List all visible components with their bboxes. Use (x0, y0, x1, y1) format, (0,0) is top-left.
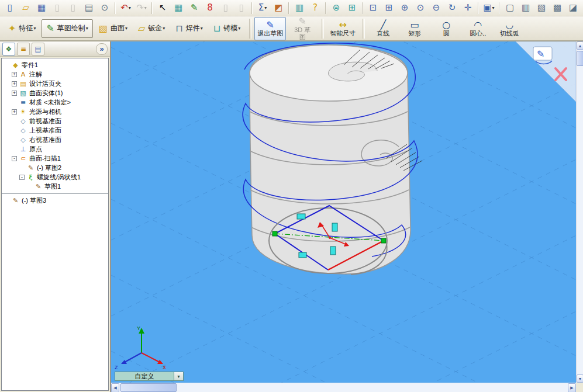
dropdown-caret-icon[interactable]: ▾ (86, 26, 88, 31)
vertical-scrollbar[interactable]: ▲ ▼ (576, 41, 583, 383)
section-properties-button[interactable]: ⊞ (344, 1, 360, 15)
pan-button[interactable]: ✛ (460, 1, 475, 15)
measure-button[interactable]: ⊜ (329, 1, 344, 15)
dropdown-caret-icon[interactable]: ▾ (163, 26, 165, 31)
undo-button[interactable]: ↶▾ (118, 1, 133, 15)
select-button[interactable]: ↖ (155, 1, 170, 15)
collapse-panel-button[interactable]: » (96, 43, 108, 55)
exit-sketch-icon: ✎ (267, 20, 274, 30)
tree-splitter[interactable] (2, 193, 108, 194)
tree-item-annotations-1[interactable]: +A注解 (2, 70, 108, 79)
dropdown-caret-icon[interactable]: ▾ (129, 5, 131, 11)
dropdown-caret-icon[interactable]: ▾ (201, 26, 203, 31)
helix-icon: ξ (26, 174, 35, 181)
smart-dimension-button[interactable]: ↔智能尺寸 (327, 17, 358, 40)
print-button[interactable]: ▤ (81, 1, 96, 15)
scroll-left-button[interactable]: ◀ (111, 383, 119, 392)
tree-item-origin-9[interactable]: ⊥原点 (2, 144, 108, 154)
open-button[interactable]: ▱ (18, 1, 33, 15)
rotate-view-button[interactable]: ↻ (444, 1, 460, 15)
exit-sketch-button[interactable]: ✎退出草图 (254, 17, 286, 40)
equation-button[interactable]: Σ▾ (255, 1, 270, 15)
tree-item-surface-sweep-10[interactable]: -⊂曲面-扫描1 (2, 154, 108, 163)
tree-item-sketch-14[interactable]: ✎(-) 草图3 (2, 196, 108, 205)
standard-views-button[interactable]: ▣▾ (481, 1, 496, 15)
tree-item-part-0[interactable]: ◆零件1 (2, 60, 108, 70)
tree-item-label: 设计活页夹 (29, 79, 61, 88)
featuremanager-tab[interactable]: ❖ (2, 43, 15, 55)
scroll-up-button[interactable]: ▲ (577, 41, 583, 50)
zoom-to-fit-button[interactable]: ⊡ (365, 1, 381, 15)
3d-sketch-label: 3D 草图 (293, 26, 312, 40)
sheet-metal-button[interactable]: ▱钣金▾ (133, 19, 170, 38)
tree-item-plane-7[interactable]: ◇上视基准面 (2, 126, 108, 135)
commandmanager-tabs: ✦特征▾✎草图绘制▾▧曲面▾▱钣金▾⊓焊件▾⊔铸模▾ (4, 19, 246, 38)
design-table-button[interactable]: ▥ (292, 1, 307, 15)
tree-item-lights-cameras-5[interactable]: +☀光源与相机 (2, 107, 108, 116)
view-selector-dropdown-icon[interactable]: ▼ (174, 372, 183, 380)
sketch-button[interactable]: ✎草图绘制▾ (42, 19, 92, 38)
centerpoint-arc-button[interactable]: ◠圆心.. (463, 17, 493, 40)
record-macro-button[interactable]: 8 (202, 1, 218, 15)
zoom-area-button[interactable]: ⊞ (381, 1, 396, 15)
edit-sketch-button[interactable]: ✎ (187, 1, 202, 15)
zoom-out-button[interactable]: ⊖ (429, 1, 444, 15)
horizontal-scroll-thumb[interactable] (120, 383, 177, 392)
collapse-icon[interactable]: - (12, 156, 17, 161)
tree-item-plane-6[interactable]: ◇前视基准面 (2, 116, 108, 126)
collapse-icon[interactable]: - (19, 175, 25, 180)
tree-item-material-4[interactable]: ≡材质 <未指定> (2, 98, 108, 107)
line-button[interactable]: ╱直线 (368, 17, 398, 40)
circle-button[interactable]: ○圆 (431, 17, 461, 40)
helix-surface-model[interactable] (250, 45, 422, 274)
shaded-button[interactable]: ▩ (550, 1, 565, 15)
rectangle-button[interactable]: ▭矩形 (399, 17, 430, 40)
appearance-button[interactable]: ◩ (271, 1, 286, 15)
tree-item-helix-12[interactable]: -ξ螺旋线/涡状线1 (2, 172, 108, 182)
scroll-down-button[interactable]: ▼ (577, 374, 583, 383)
wireframe-button[interactable]: ▢ (502, 1, 518, 15)
features-button[interactable]: ✦特征▾ (4, 19, 40, 38)
expand-icon[interactable]: + (12, 72, 17, 77)
zoom-selection-button[interactable]: ⊙ (413, 1, 428, 15)
tree-item-sketch-13[interactable]: ✎草图1 (2, 182, 108, 191)
graphics-area[interactable]: Y X Z ✎ 自定义 ▼ (111, 41, 576, 383)
surfaces-icon: ▧ (99, 23, 108, 34)
view-selector-combo[interactable]: 自定义 ▼ (115, 372, 184, 381)
dropdown-caret-icon[interactable]: ▾ (492, 5, 495, 11)
dropdown-caret-icon[interactable]: ▾ (144, 5, 147, 11)
mold-tools-button[interactable]: ⊔铸模▾ (209, 19, 246, 38)
expand-icon[interactable]: + (12, 109, 17, 115)
dropdown-caret-icon[interactable]: ▾ (238, 26, 240, 31)
new-document-button[interactable]: ▯ (2, 1, 18, 15)
tangent-arc-button[interactable]: ◡切线弧 (494, 17, 525, 40)
line-icon: ╱ (380, 20, 386, 30)
dropdown-caret-icon[interactable]: ▾ (33, 26, 36, 31)
save-button[interactable]: ▦ (34, 1, 49, 15)
feature-tree-main: ◆零件1+A注解+▤设计活页夹+▧曲面实体(1)≡材质 <未指定>+☀光源与相机… (2, 60, 108, 191)
surfaces-button[interactable]: ▧曲面▾ (94, 19, 132, 38)
scroll-right-button[interactable]: ▶ (568, 383, 576, 392)
expand-icon[interactable]: + (12, 91, 17, 96)
tree-item-surface-bodies-3[interactable]: +▧曲面实体(1) (2, 88, 108, 98)
tree-item-plane-8[interactable]: ◇右视基准面 (2, 135, 108, 144)
dropdown-caret-icon[interactable]: ▾ (264, 5, 267, 11)
horizontal-scrollbar[interactable]: ◀ ▶ (111, 383, 576, 392)
help-button[interactable]: ? (308, 1, 323, 15)
configurationmanager-tab[interactable]: ▤ (32, 43, 44, 55)
vertical-scroll-thumb[interactable] (577, 51, 583, 66)
weldments-button[interactable]: ⊓焊件▾ (171, 19, 208, 38)
zoom-in-button[interactable]: ⊕ (397, 1, 412, 15)
help-icon: ? (313, 4, 318, 12)
hidden-lines-removed-button[interactable]: ▧ (534, 1, 549, 15)
hidden-lines-visible-button[interactable]: ▥ (518, 1, 533, 15)
tree-item-sketch-11[interactable]: ✎(-) 草图2 (2, 163, 108, 172)
dropdown-caret-icon[interactable]: ▾ (125, 26, 127, 31)
print-preview-button[interactable]: ⊙ (97, 1, 112, 15)
sketch-grid-button[interactable]: ▦ (171, 1, 186, 15)
measure-icon: ⊜ (333, 4, 340, 12)
expand-icon[interactable]: + (12, 81, 17, 86)
propertymanager-tab[interactable]: ≡ (17, 43, 30, 55)
section-view-button[interactable]: ◪ (565, 1, 581, 15)
tree-item-design-binder-2[interactable]: +▤设计活页夹 (2, 79, 108, 88)
